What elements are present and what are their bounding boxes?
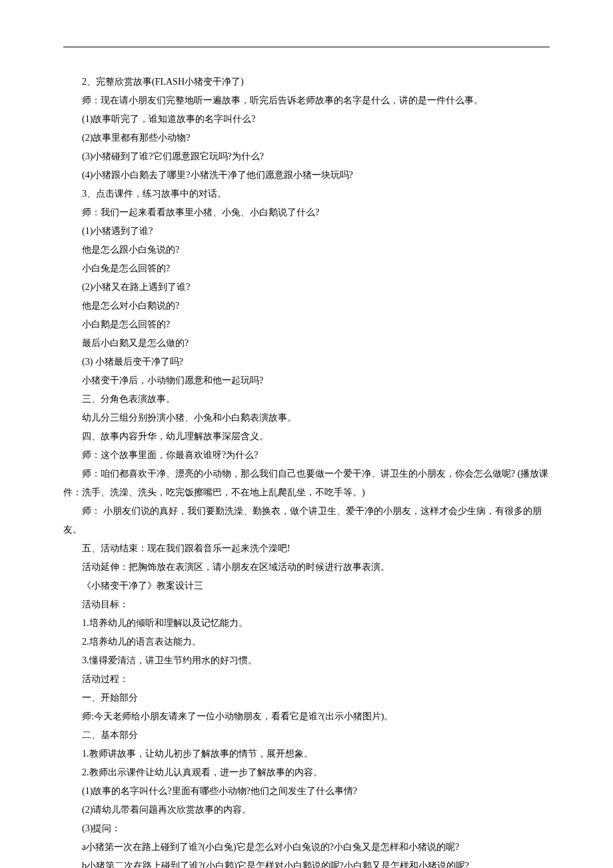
text-line: 活动过程： (63, 670, 550, 689)
text-line: 师： 小朋友们说的真好，我们要勤洗澡、勤换衣，做个讲卫生、爱干净的小朋友，这样才… (63, 502, 550, 539)
text-line: (2)小猪又在路上遇到了谁? (63, 278, 550, 297)
text-line: (3)提问： (63, 819, 550, 838)
document-content: 2、完整欣赏故事(FLASH小猪变干净了) 师：现在请小朋友们完整地听一遍故事，… (63, 73, 550, 868)
text-line: (4)小猪跟小白鹅去了哪里?小猪洗干净了他们愿意跟小猪一块玩吗? (63, 166, 550, 185)
text-line: 师:今天老师给小朋友请来了一位小动物朋友，看看它是谁?(出示小猪图片)。 (63, 707, 550, 726)
text-line: (2)故事里都有那些小动物? (63, 129, 550, 147)
text-line: 师：这个故事里面，你最喜欢谁呀?为什么? (63, 446, 550, 465)
text-line: (2)请幼儿带着问题再次欣赏故事的内容。 (63, 801, 550, 819)
text-line: b小猪第二次在路上碰到了谁?(小白鹅)它是怎样对小白鹅说的呢?小白鹅又是怎样和小… (63, 857, 550, 868)
text-line: 活动延伸：把胸饰放在表演区，请小朋友在区域活动的时候进行故事表演。 (63, 558, 550, 577)
page-divider (63, 47, 550, 47)
text-line: 幼儿分三组分别扮演小猪、小兔和小白鹅表演故事。 (63, 409, 550, 427)
text-line: 五、活动结束：现在我们跟着音乐一起来洗个澡吧! (63, 539, 550, 558)
text-line: 小猪变干净后，小动物们愿意和他一起玩吗? (63, 371, 550, 390)
text-line: (3)小猪碰到了谁?它们愿意跟它玩吗?为什么? (63, 147, 550, 166)
text-line: 1.培养幼儿的倾听和理解以及记忆能力。 (63, 614, 550, 633)
text-line: 3、点击课件，练习故事中的对话。 (63, 185, 550, 203)
text-line: 一、开始部分 (63, 689, 550, 707)
text-line: 2、完整欣赏故事(FLASH小猪变干净了) (63, 73, 550, 91)
text-line: 师：我们一起来看看故事里小猪、小兔、小白鹅说了什么? (63, 203, 550, 222)
text-line: 二、基本部分 (63, 726, 550, 745)
text-line: 3.懂得爱清洁，讲卫生节约用水的好习惯。 (63, 651, 550, 670)
text-line: 四、故事内容升华，幼儿理解故事深层含义。 (63, 427, 550, 446)
text-line: 活动目标： (63, 595, 550, 614)
text-line: 最后小白鹅又是怎么做的? (63, 334, 550, 353)
text-line: 小白兔是怎么回答的? (63, 259, 550, 278)
text-line: 他是怎么跟小白兔说的? (63, 241, 550, 259)
text-line: a小猪第一次在路上碰到了谁?(小白兔)它是怎么对小白兔说的?小白兔又是怎样和小猪… (63, 838, 550, 857)
text-line: 《小猪变干净了》教案设计三 (63, 577, 550, 595)
text-line: 师：咱们都喜欢干净、漂亮的小动物，那么我们自己也要做一个爱干净、讲卫生的小朋友，… (63, 465, 550, 502)
text-line: (3) 小猪最后变干净了吗? (63, 353, 550, 371)
text-line: (1)故事的名字叫什么?里面有哪些小动物?他们之间发生了什么事情? (63, 782, 550, 801)
text-line: 小白鹅是怎么回答的? (63, 315, 550, 334)
text-line: 师：现在请小朋友们完整地听一遍故事，听完后告诉老师故事的名字是什么，讲的是一件什… (63, 91, 550, 110)
text-line: 2.培养幼儿的语言表达能力。 (63, 633, 550, 651)
text-line: 1.教师讲故事，让幼儿初步了解故事的情节，展开想象。 (63, 745, 550, 763)
text-line: 三、分角色表演故事。 (63, 390, 550, 409)
text-line: (1)故事听完了，谁知道故事的名字叫什么? (63, 110, 550, 129)
text-line: 2.教师出示课件让幼儿认真观看，进一步了解故事的内容。 (63, 763, 550, 782)
text-line: 他是怎么对小白鹅说的? (63, 297, 550, 315)
text-line: (1)小猪遇到了谁? (63, 222, 550, 241)
